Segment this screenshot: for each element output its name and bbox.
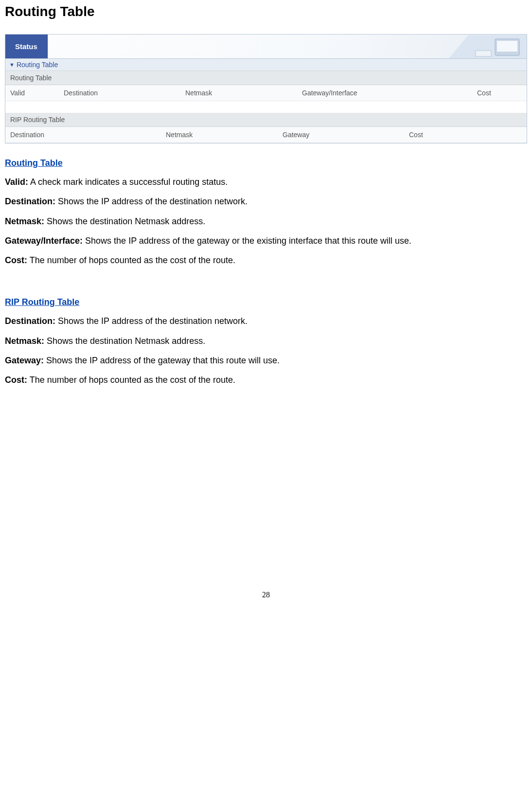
def-rip-destination: Destination: Shows the IP address of the… — [5, 315, 527, 327]
desc: The number of hops counted as the cost o… — [27, 255, 235, 265]
def-cost: Cost: The number of hops counted as the … — [5, 254, 527, 266]
desc: A check mark indicates a successful rout… — [28, 177, 228, 187]
col-valid: Valid — [5, 85, 59, 101]
svg-rect-3 — [476, 51, 491, 56]
col-gateway-interface: Gateway/Interface — [297, 85, 472, 101]
page-title: Routing Table — [5, 4, 527, 19]
rip-col-netmask: Netmask — [161, 127, 278, 143]
desc: Shows the IP address of the destination … — [55, 196, 248, 206]
status-bar: Status — [5, 35, 527, 59]
col-cost: Cost — [472, 85, 527, 101]
doc-section1-title: Routing Table — [5, 158, 527, 168]
desc: The number of hops counted as the cost o… — [27, 375, 235, 385]
term: Destination: — [5, 196, 55, 206]
rip-table-subheader: RIP Routing Table — [5, 113, 527, 127]
col-netmask: Netmask — [180, 85, 297, 101]
desc: Shows the destination Netmask address. — [44, 336, 205, 346]
rip-col-destination: Destination — [5, 127, 161, 143]
col-destination: Destination — [59, 85, 180, 101]
page-number: 28 — [5, 590, 527, 604]
def-rip-netmask: Netmask: Shows the destination Netmask a… — [5, 335, 527, 347]
def-rip-cost: Cost: The number of hops counted as the … — [5, 374, 527, 386]
desc: Shows the IP address of the gateway that… — [44, 356, 280, 365]
status-tab[interactable]: Status — [5, 35, 48, 58]
term: Netmask: — [5, 336, 44, 346]
def-rip-gateway: Gateway: Shows the IP address of the gat… — [5, 355, 527, 366]
term: Valid: — [5, 177, 28, 187]
routing-table-section-header[interactable]: ▼ Routing Table — [5, 59, 527, 71]
doc-section2-title: RIP Routing Table — [5, 297, 527, 307]
desc: Shows the IP address of the destination … — [55, 316, 248, 326]
routing-table-section-label: Routing Table — [17, 61, 58, 69]
term: Netmask: — [5, 216, 44, 226]
routing-table-subheader: Routing Table — [5, 71, 527, 85]
term: Gateway/Interface: — [5, 236, 83, 246]
rip-col-gateway: Gateway — [278, 127, 404, 143]
def-netmask: Netmask: Shows the destination Netmask a… — [5, 215, 527, 227]
routing-table-header-row: Valid Destination Netmask Gateway/Interf… — [5, 85, 527, 101]
status-panel: Status ▼ Routing Table Routing Table Val… — [5, 34, 527, 143]
rip-col-cost: Cost — [404, 127, 527, 143]
routing-table-empty — [5, 101, 527, 113]
def-destination: Destination: Shows the IP address of the… — [5, 196, 527, 207]
desc: Shows the destination Netmask address. — [44, 216, 205, 226]
term: Destination: — [5, 316, 55, 326]
term: Cost: — [5, 375, 27, 385]
svg-rect-2 — [497, 41, 517, 52]
decor-image — [449, 35, 527, 58]
chevron-down-icon: ▼ — [9, 62, 15, 68]
desc: Shows the IP address of the gateway or t… — [83, 236, 411, 246]
def-valid: Valid: A check mark indicates a successf… — [5, 176, 527, 188]
def-gateway-interface: Gateway/Interface: Shows the IP address … — [5, 235, 527, 247]
rip-table-header-row: Destination Netmask Gateway Cost — [5, 127, 527, 143]
term: Cost: — [5, 255, 27, 265]
term: Gateway: — [5, 356, 44, 365]
